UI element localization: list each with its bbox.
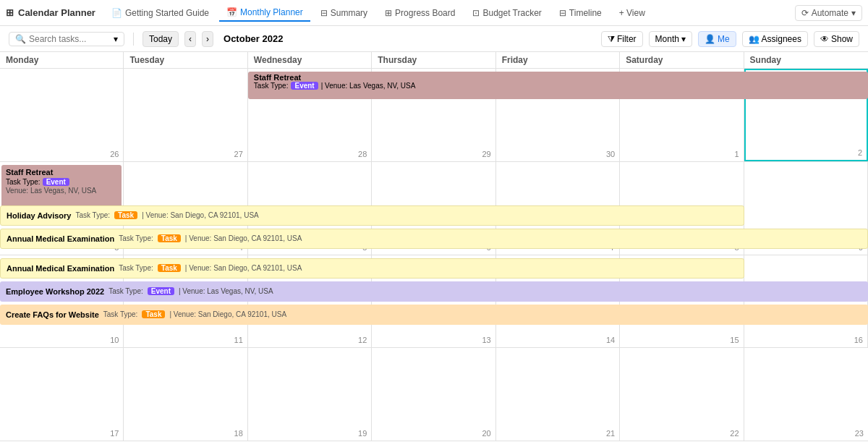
cell-nov19[interactable]: 19 [248,348,372,441]
task-type-tag: Task [114,211,137,219]
timeline-icon: ⊟ [559,8,566,18]
app-logo: ⊞ Calendar Planner [6,7,95,18]
view-button[interactable]: + View [612,5,652,21]
filter-button[interactable]: ⧩ Filter [601,31,643,47]
assignees-button[interactable]: 👥 Assignees [742,31,808,47]
tab-monthly-planner[interactable]: 📅 Monthly Planner [219,4,310,22]
table-icon: ⊟ [320,8,328,18]
event-type-tag: Event [43,178,69,186]
event-cell-detail: Task Type: Event [6,178,117,186]
header-monday: Monday [0,52,124,68]
event-employee-workshop[interactable]: Employee Workshop 2022 Task Type: Event … [0,281,868,302]
event-title: Staff Retreat [254,73,862,82]
top-navigation: ⊞ Calendar Planner 📄 Getting Started Gui… [0,0,868,26]
prev-month-button[interactable]: ‹ [184,31,196,47]
current-month-label: October 2022 [224,33,283,44]
search-box[interactable]: 🔍 ▾ [9,32,124,46]
header-thursday: Thursday [372,52,495,68]
nav-right: ⟳ Automate ▾ [795,5,862,21]
month-chevron-icon: ▾ [681,34,686,44]
calendar-grid: 26 27 28 29 30 1 2 Staff Retreat Task Ty… [0,69,868,441]
task-type-tag: Task [158,234,181,242]
me-button[interactable]: 👤 Me [698,31,736,47]
header-wednesday: Wednesday [248,52,372,68]
tab-timeline[interactable]: ⊟ Timeline [552,5,609,21]
toolbar-divider [133,33,134,46]
header-tuesday: Tuesday [124,52,247,68]
user-icon: 👤 [705,34,715,44]
cell-nov22[interactable]: 22 [620,348,744,441]
cell-nov18[interactable]: 18 [124,348,247,441]
app-title: Calendar Planner [18,7,95,18]
search-input[interactable] [29,34,111,44]
event-detail-row: Task Type: Event | Venue: Las Vegas, NV,… [254,82,862,90]
filter-icon: ⧩ [608,34,615,44]
today-button[interactable]: Today [142,31,179,47]
event-create-faqs[interactable]: Create FAQs for Website Task Type: Task … [0,305,868,325]
calendar-row-3: 10 11 12 13 14 15 16 Annual Medical Exam… [0,255,868,349]
event-holiday-advisory[interactable]: Holiday Advisory Task Type: Task | Venue… [0,205,744,226]
calendar-container: Monday Tuesday Wednesday Thursday Friday… [0,52,868,442]
cell-nov21[interactable]: 21 [496,348,620,441]
toolbar-right: ⧩ Filter Month ▾ 👤 Me 👥 Assignees 👁 Show [601,31,859,47]
toolbar: 🔍 ▾ Today ‹ › October 2022 ⧩ Filter Mont… [0,26,868,52]
show-icon: 👁 [820,34,829,44]
budget-icon: ⊡ [472,8,480,18]
event-annual-medical[interactable]: Annual Medical Examination Task Type: Ta… [0,229,868,249]
search-chevron-icon: ▾ [114,34,118,44]
cell-nov17[interactable]: 17 [0,348,124,441]
automate-button[interactable]: ⟳ Automate ▾ [795,5,862,21]
header-friday: Friday [496,52,620,68]
event-type-tag: Event [291,82,318,90]
tab-summary[interactable]: ⊟ Summary [313,5,375,21]
board-icon: ⊞ [385,8,392,18]
event-type-tag: Event [148,287,174,295]
automate-chevron-icon: ▾ [851,8,856,18]
calendar-icon: 📅 [226,7,237,17]
show-button[interactable]: 👁 Show [814,31,859,47]
event-annual-medical-row3[interactable]: Annual Medical Examination Task Type: Ta… [0,258,744,279]
cell-oct26[interactable]: 26 [0,69,124,161]
doc-icon: 📄 [111,8,122,18]
event-staff-retreat-row1[interactable]: Staff Retreat Task Type: Event | Venue: … [248,72,868,99]
task-type-tag: Task [142,310,165,318]
cell-nov20[interactable]: 20 [372,348,495,441]
cell-nov23[interactable]: 23 [744,348,868,441]
app-logo-icon: ⊞ [6,7,14,18]
tab-getting-started[interactable]: 📄 Getting Started Guide [104,5,216,21]
search-icon: 🔍 [15,34,26,44]
task-type-tag: Task [158,264,181,272]
day-headers: Monday Tuesday Wednesday Thursday Friday… [0,52,868,69]
automate-icon: ⟳ [801,8,809,18]
cell-oct27[interactable]: 27 [124,69,247,161]
calendar-row-1: 26 27 28 29 30 1 2 Staff Retreat Task Ty… [0,69,868,162]
header-saturday: Saturday [620,52,744,68]
event-staff-retreat-cell[interactable]: Staff Retreat Task Type: Event Venue: La… [1,165,122,208]
next-month-button[interactable]: › [202,31,213,47]
tab-progress-board[interactable]: ⊞ Progress Board [378,5,462,21]
header-sunday: Sunday [744,52,868,68]
tab-budget-tracker[interactable]: ⊡ Budget Tracker [465,5,548,21]
assignees-icon: 👥 [749,34,760,44]
calendar-row-4: 17 18 19 20 21 22 23 [0,348,868,441]
month-button[interactable]: Month ▾ [649,31,692,47]
calendar-row-2: Staff Retreat Task Type: Event Venue: La… [0,162,868,255]
